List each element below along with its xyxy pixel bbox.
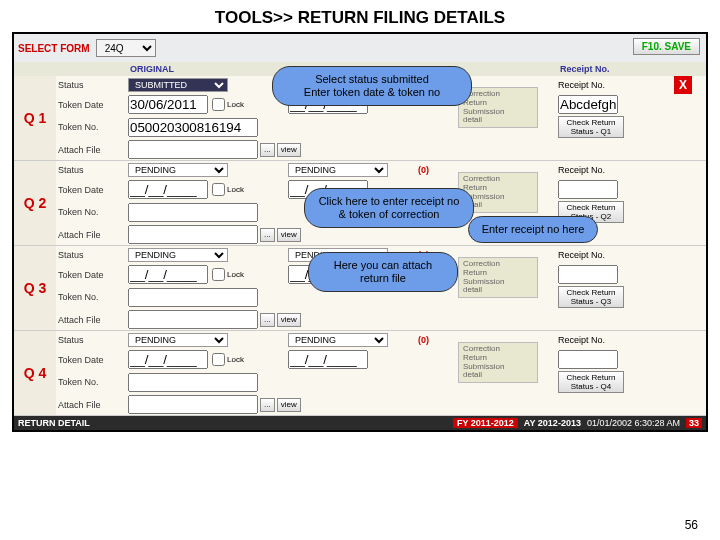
label-token-no: Token No. [56,115,126,139]
save-button[interactable]: F10. SAVE [633,38,700,55]
q3-token-no[interactable] [128,288,258,307]
q1-label: Q 1 [14,76,56,160]
q1-receipt-input[interactable] [558,95,618,114]
callout-1: Select status submitted Enter token date… [272,66,472,106]
q1-token-date[interactable] [128,95,208,114]
footer-fy: FY 2011-2012 [453,418,518,428]
q1-check-status-button[interactable]: Check Return Status - Q1 [558,116,624,138]
footer-badge: 33 [686,418,702,428]
q1-attach-input[interactable] [128,140,258,159]
q3-status-select[interactable]: PENDING [128,248,228,262]
topbar: SELECT FORM 24Q F10. SAVE [14,34,706,62]
q4-receipt-input[interactable] [558,350,618,369]
q4-status-select[interactable]: PENDING [128,333,228,347]
q3-check-status-button[interactable]: Check Return Status - Q3 [558,286,624,308]
slide-title: TOOLS>> RETURN FILING DETAILS [0,0,720,32]
q2-status-select[interactable]: PENDING [128,163,228,177]
q2-attach-input[interactable] [128,225,258,244]
q3-token-date[interactable] [128,265,208,284]
header-original: ORIGINAL [130,64,290,74]
q2-token-date[interactable] [128,180,208,199]
q3-browse-button[interactable]: ... [260,313,275,327]
q2-lc-status-select[interactable]: PENDING [288,163,388,177]
callout-2: Click here to enter receipt no & token o… [304,188,474,228]
q2-token-no[interactable] [128,203,258,222]
q4-lc-status-select[interactable]: PENDING [288,333,388,347]
callout-3: Here you can attach return file [308,252,458,292]
close-icon[interactable]: X [674,76,692,94]
q2-label: Q 2 [14,161,56,245]
q4-token-date[interactable] [128,350,208,369]
q1-status-select[interactable]: SUBMITTED [128,78,228,92]
q2-count: (0) [416,161,456,179]
q4-token-no[interactable] [128,373,258,392]
q3-label: Q 3 [14,246,56,330]
statusbar: RETURN DETAIL FY 2011-2012 AY 2012-2013 … [14,416,706,430]
q3-attach-input[interactable] [128,310,258,329]
q4-lock-checkbox[interactable] [212,353,225,366]
select-form-dropdown[interactable]: 24Q [96,39,156,57]
callout-4: Enter receipt no here [468,216,598,243]
header-receipt: Receipt No. [560,64,630,74]
footer-timestamp: 01/01/2002 6:30:28 AM [587,418,680,428]
q4-label: Q 4 [14,331,56,415]
q1-lock-checkbox[interactable] [212,98,225,111]
label-receipt: Receipt No. [556,76,626,94]
q4-attach-input[interactable] [128,395,258,414]
q1-browse-button[interactable]: ... [260,143,275,157]
select-form-label: SELECT FORM [18,43,90,54]
page-number: 56 [685,518,698,532]
q3-receipt-input[interactable] [558,265,618,284]
q4-count: (0) [416,331,456,349]
footer-return-detail: RETURN DETAIL [18,418,90,428]
label-attach-file: Attach File [56,139,126,160]
q3-lock-checkbox[interactable] [212,268,225,281]
q2-receipt-input[interactable] [558,180,618,199]
q1-token-no[interactable] [128,118,258,137]
q4-browse-button[interactable]: ... [260,398,275,412]
q4-check-status-button[interactable]: Check Return Status - Q4 [558,371,624,393]
q3-crs-button[interactable]: Correction Return Submission detail [458,257,538,298]
q2-browse-button[interactable]: ... [260,228,275,242]
label-status: Status [56,76,126,94]
q4-crs-button[interactable]: Correction Return Submission detail [458,342,538,383]
q2-lock-checkbox[interactable] [212,183,225,196]
quarter-q4: Q 4 Status PENDING PENDING (0) Correctio… [14,331,706,416]
footer-ay: AY 2012-2013 [524,418,581,428]
label-token-date: Token Date [56,94,126,115]
q4-lc-date[interactable] [288,350,368,369]
